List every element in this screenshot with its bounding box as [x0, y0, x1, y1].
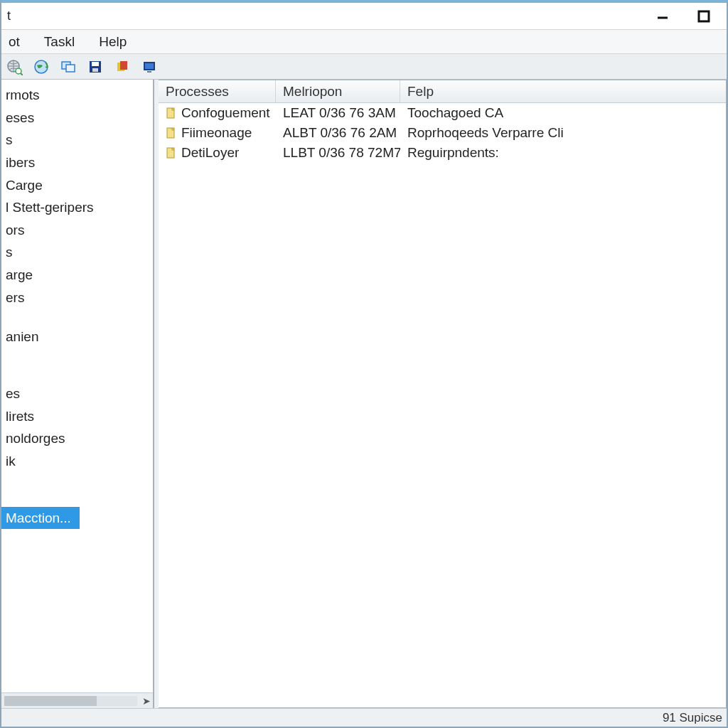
svg-rect-15	[145, 63, 154, 69]
sidebar-item[interactable]	[1, 309, 153, 326]
shield-stack-icon	[114, 58, 131, 75]
svg-rect-11	[92, 68, 98, 72]
svg-point-3	[16, 68, 21, 74]
file-icon	[166, 107, 177, 119]
svg-rect-10	[92, 62, 99, 66]
svg-rect-13	[120, 61, 127, 70]
file-icon	[166, 147, 177, 159]
cell-col2: LLBT 0/36 78 72M7	[276, 145, 400, 161]
svg-rect-16	[147, 71, 151, 73]
statusbar: 91 Supicse	[1, 708, 727, 727]
sidebar-item[interactable]: s	[1, 241, 153, 264]
window-tile-icon	[60, 58, 77, 75]
menubar: ot Taskl Help	[1, 30, 727, 54]
sidebar-item[interactable]	[1, 490, 153, 507]
hscroll-right-arrow[interactable]: ➤	[140, 695, 153, 707]
sidebar-item[interactable]: noldorges	[1, 427, 153, 450]
status-right: 91 Supicse	[663, 711, 722, 725]
sidebar-hscroll[interactable]: ➤	[1, 692, 153, 708]
col-felp[interactable]: Felp	[400, 80, 726, 102]
svg-rect-8	[66, 65, 75, 72]
main-panel: Processes Melriopon Felp ConfoguementLEA…	[159, 80, 727, 708]
svg-rect-1	[699, 11, 709, 21]
col-processes[interactable]: Processes	[159, 80, 276, 102]
sidebar-item[interactable]: anien	[1, 326, 153, 348]
sidebar-item[interactable]: es	[1, 382, 153, 405]
cell-name: Confoguement	[159, 105, 276, 121]
menu-help[interactable]: Help	[95, 33, 131, 51]
sidebar-item[interactable]: arge	[1, 264, 153, 287]
body: rmotsesessibers Cargel Stett-geripersors…	[1, 80, 727, 708]
menu-taskl[interactable]: Taskl	[40, 33, 79, 51]
toolbar-shield-stack[interactable]	[111, 56, 134, 77]
cell-col2: ALBT 0/36 76 2AM	[276, 125, 400, 141]
toolbar-window-tile[interactable]	[57, 56, 80, 77]
toolbar-globe-refresh[interactable]	[30, 56, 53, 77]
sidebar-item[interactable]: ors	[1, 219, 153, 242]
maximize-icon	[697, 9, 711, 23]
toolbar-monitor[interactable]	[138, 56, 161, 77]
cell-col3: Reguirpndents:	[400, 145, 726, 161]
sidebar-item[interactable]: eses	[1, 107, 153, 129]
sidebar-item[interactable]: ers	[1, 287, 153, 309]
table-row[interactable]: DetiLoyerLLBT 0/36 78 72M7Reguirpndents:	[159, 143, 726, 163]
globe-search-icon	[6, 58, 23, 75]
toolbar	[1, 54, 727, 80]
sidebar-item[interactable]: s	[1, 129, 153, 151]
sidebar-item[interactable]: ibers	[1, 151, 153, 174]
table-row[interactable]: ConfoguementLEAT 0/36 76 3AMToochagoed C…	[159, 103, 726, 123]
sidebar-item[interactable]: ik	[1, 450, 153, 473]
cell-name: Fiimeonage	[159, 125, 276, 141]
maximize-button[interactable]	[690, 7, 718, 26]
menu-ot[interactable]: ot	[4, 33, 24, 51]
globe-refresh-icon	[33, 58, 50, 75]
hscroll-track[interactable]	[4, 696, 137, 706]
cell-col3: Toochagoed CA	[400, 105, 726, 121]
app-window: t ot Taskl Help	[0, 0, 728, 728]
sidebar-item[interactable]	[1, 348, 153, 365]
hscroll-thumb[interactable]	[4, 696, 97, 706]
svg-line-4	[21, 73, 23, 75]
toolbar-save[interactable]	[84, 56, 107, 77]
monitor-icon	[141, 58, 158, 75]
list-header: Processes Melriopon Felp	[159, 80, 726, 103]
minimize-icon	[655, 9, 670, 23]
list-rows[interactable]: ConfoguementLEAT 0/36 76 3AMToochagoed C…	[159, 103, 726, 707]
titlebar: t	[1, 3, 727, 30]
save-icon	[87, 58, 104, 75]
sidebar-item[interactable]	[1, 365, 153, 382]
toolbar-globe-search[interactable]	[3, 56, 26, 77]
sidebar: rmotsesessibers Cargel Stett-geripersors…	[1, 80, 154, 708]
sidebar-item-selected[interactable]: Macction...	[1, 507, 80, 530]
cell-col2: LEAT 0/36 76 3AM	[276, 105, 400, 121]
minimize-button[interactable]	[648, 7, 677, 26]
sidebar-tree[interactable]: rmotsesessibers Cargel Stett-geripersors…	[1, 80, 153, 692]
table-row[interactable]: FiimeonageALBT 0/36 76 2AMRoprhoqeeds Ve…	[159, 123, 726, 143]
file-icon	[166, 127, 177, 139]
sidebar-item[interactable]: Carge	[1, 174, 153, 197]
sidebar-item[interactable]	[1, 473, 153, 490]
sidebar-item[interactable]: rmots	[1, 84, 153, 107]
window-controls	[648, 7, 722, 26]
cell-name: DetiLoyer	[159, 145, 276, 161]
window-title: t	[6, 9, 11, 23]
sidebar-item[interactable]: lirets	[1, 405, 153, 428]
col-melriopon[interactable]: Melriopon	[276, 80, 400, 102]
cell-col3: Roprhoqeeds Verparre Cli	[400, 125, 726, 141]
sidebar-item[interactable]: l Stett-geripers	[1, 196, 153, 219]
